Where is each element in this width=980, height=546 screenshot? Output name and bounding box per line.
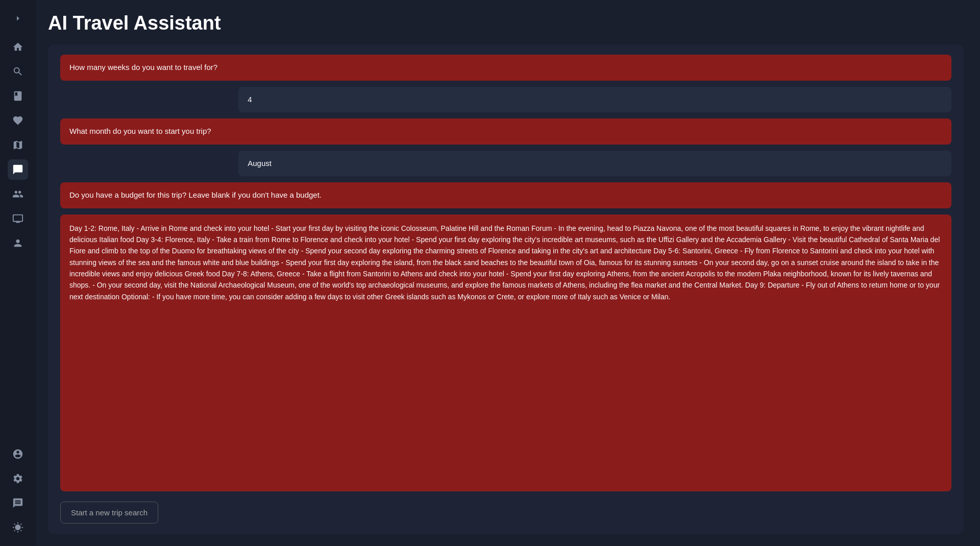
message-ai-itinerary: Day 1-2: Rome, Italy - Arrive in Rome an… bbox=[60, 215, 951, 492]
collapse-sidebar-button[interactable] bbox=[8, 8, 28, 29]
message-user-month: August bbox=[238, 151, 951, 177]
sidebar-item-profile[interactable] bbox=[8, 233, 28, 253]
sidebar-item-account[interactable] bbox=[8, 444, 28, 464]
new-trip-button[interactable]: Start a new trip search bbox=[60, 502, 158, 524]
chat-container: How many weeks do you want to travel for… bbox=[48, 44, 964, 534]
sidebar-item-map[interactable] bbox=[8, 135, 28, 155]
message-user-weeks: 4 bbox=[238, 87, 951, 113]
sidebar-item-theme[interactable] bbox=[8, 517, 28, 538]
message-ai-month: What month do you want to start you trip… bbox=[60, 118, 951, 145]
sidebar-item-home[interactable] bbox=[8, 37, 28, 57]
sidebar-item-messages[interactable] bbox=[8, 493, 28, 513]
main-content: AI Travel Assistant How many weeks do yo… bbox=[36, 0, 980, 546]
sidebar-item-team[interactable] bbox=[8, 184, 28, 204]
page-title: AI Travel Assistant bbox=[48, 12, 964, 34]
message-ai-budget: Do you have a budget for this trip? Leav… bbox=[60, 182, 951, 208]
sidebar-item-library[interactable] bbox=[8, 86, 28, 106]
sidebar-item-favorites[interactable] bbox=[8, 110, 28, 131]
sidebar-item-display[interactable] bbox=[8, 208, 28, 229]
sidebar-item-settings[interactable] bbox=[8, 468, 28, 489]
message-ai-weeks: How many weeks do you want to travel for… bbox=[60, 55, 951, 81]
sidebar bbox=[0, 0, 36, 546]
sidebar-item-chat[interactable] bbox=[8, 159, 28, 180]
sidebar-item-search[interactable] bbox=[8, 61, 28, 82]
